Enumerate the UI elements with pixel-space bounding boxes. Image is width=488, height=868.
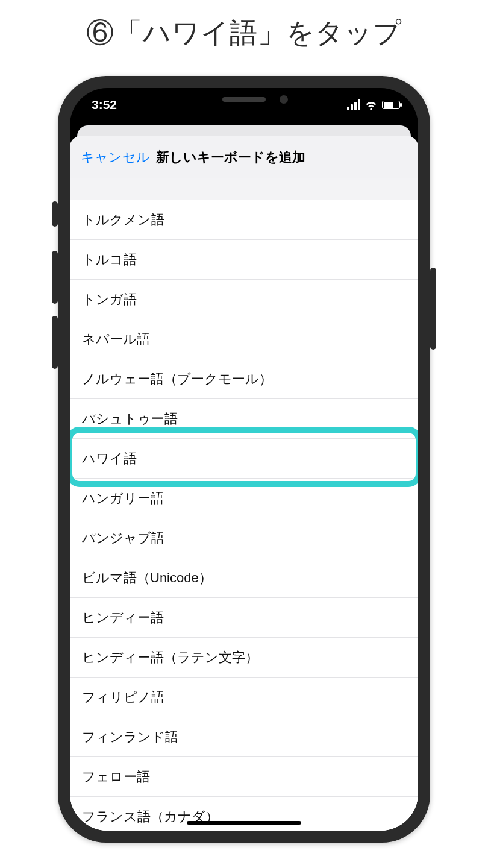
- keyboard-row[interactable]: パシュトゥー語: [70, 399, 418, 439]
- instruction-caption: ⑥「ハワイ語」をタップ: [0, 14, 488, 52]
- keyboard-row[interactable]: ハンガリー語: [70, 479, 418, 518]
- phone-frame: 3:52 キャンセル 新しいキーボードを追加 トルクメン語トルコ語トンガ語ネパー…: [58, 76, 430, 843]
- keyboard-row[interactable]: ビルマ語（Unicode）: [70, 558, 418, 598]
- keyboard-row[interactable]: ハワイ語: [70, 439, 418, 479]
- keyboard-row[interactable]: フェロー語: [70, 757, 418, 797]
- keyboard-row[interactable]: トルコ語: [70, 240, 418, 280]
- notch: [165, 88, 323, 111]
- cancel-button[interactable]: キャンセル: [81, 148, 150, 166]
- home-indicator[interactable]: [187, 821, 301, 825]
- keyboard-row[interactable]: ネパール語: [70, 319, 418, 359]
- front-camera: [280, 95, 288, 104]
- battery-icon: [382, 101, 400, 109]
- silence-switch: [52, 201, 58, 227]
- keyboard-row[interactable]: ヒンディー語（ラテン文字）: [70, 638, 418, 678]
- keyboard-row[interactable]: フィリピノ語: [70, 678, 418, 717]
- cellular-signal-icon: [347, 99, 360, 110]
- power-button: [430, 268, 436, 350]
- keyboard-row[interactable]: トンガ語: [70, 280, 418, 319]
- keyboard-row[interactable]: トルクメン語: [70, 200, 418, 240]
- phone-screen: 3:52 キャンセル 新しいキーボードを追加 トルクメン語トルコ語トンガ語ネパー…: [70, 88, 418, 831]
- keyboard-row[interactable]: フィンランド語: [70, 717, 418, 757]
- keyboard-row[interactable]: パンジャブ語: [70, 518, 418, 558]
- earpiece-speaker: [222, 97, 266, 102]
- sheet-header: キャンセル 新しいキーボードを追加: [70, 136, 418, 178]
- keyboard-row[interactable]: ノルウェー語（ブークモール）: [70, 359, 418, 399]
- volume-down-button: [52, 316, 58, 369]
- keyboard-row[interactable]: フランス語（カナダ）: [70, 797, 418, 831]
- status-time: 3:52: [92, 95, 117, 112]
- sheet-title: 新しいキーボードを追加: [156, 148, 305, 166]
- wifi-icon: [365, 100, 377, 110]
- keyboard-list[interactable]: トルクメン語トルコ語トンガ語ネパール語ノルウェー語（ブークモール）パシュトゥー語…: [70, 200, 418, 831]
- keyboard-row[interactable]: ヒンディー語: [70, 598, 418, 638]
- volume-up-button: [52, 251, 58, 304]
- add-keyboard-sheet: キャンセル 新しいキーボードを追加 トルクメン語トルコ語トンガ語ネパール語ノルウ…: [70, 136, 418, 831]
